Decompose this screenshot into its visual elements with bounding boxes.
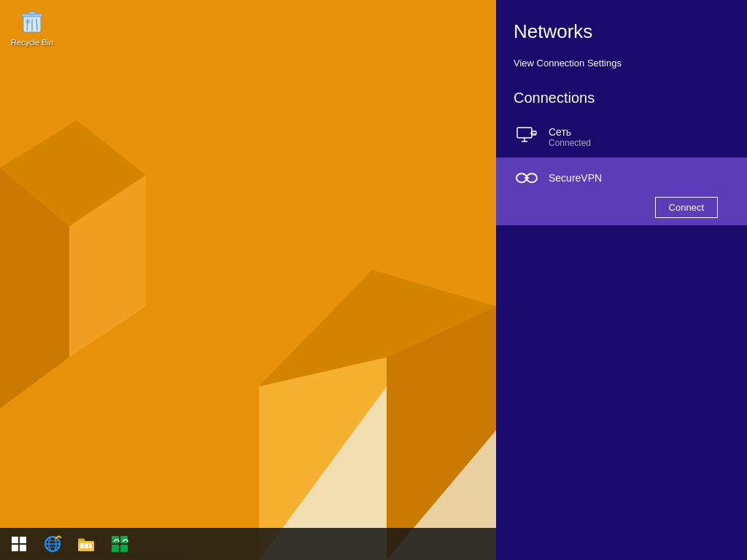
svg-rect-30 bbox=[120, 545, 128, 552]
connections-title: Connections bbox=[514, 90, 729, 106]
taskbar bbox=[0, 528, 496, 560]
svg-rect-31 bbox=[517, 128, 532, 138]
svg-rect-25 bbox=[85, 543, 88, 548]
recycle-bin-label: Recycle Bin bbox=[11, 38, 53, 47]
recycle-bin-icon[interactable]: Recycle Bin bbox=[6, 6, 58, 47]
desktop: Recycle Bin bbox=[0, 0, 496, 560]
svg-rect-14 bbox=[28, 12, 36, 15]
view-connection-settings-link[interactable]: View Connection Settings bbox=[514, 58, 622, 69]
start-button[interactable] bbox=[3, 530, 35, 558]
vpn-key-icon bbox=[516, 169, 538, 187]
vpn-icon bbox=[514, 165, 540, 191]
svg-rect-34 bbox=[532, 131, 536, 135]
networks-title: Networks bbox=[514, 20, 729, 43]
store-icon bbox=[110, 534, 129, 553]
svg-rect-17 bbox=[20, 537, 26, 543]
vpn-row-top: SecureVPN bbox=[514, 165, 729, 191]
monitor-network-icon bbox=[516, 126, 538, 148]
connect-button[interactable]: Connect bbox=[655, 197, 718, 218]
internet-explorer-button[interactable] bbox=[36, 530, 69, 558]
windows-logo-icon bbox=[11, 536, 27, 552]
network-item-info: Сеть Connected bbox=[549, 126, 591, 148]
recycle-bin-image bbox=[18, 6, 47, 35]
svg-rect-19 bbox=[20, 545, 26, 551]
svg-rect-26 bbox=[89, 543, 92, 548]
vpn-connection-item[interactable]: SecureVPN Connect bbox=[496, 158, 747, 225]
store-button[interactable] bbox=[104, 530, 136, 558]
file-explorer-icon bbox=[77, 534, 96, 553]
svg-rect-29 bbox=[112, 545, 119, 552]
network-status: Connected bbox=[549, 138, 591, 148]
network-name: Сеть bbox=[549, 126, 591, 138]
svg-rect-15 bbox=[26, 20, 30, 23]
vpn-item-info: SecureVPN bbox=[549, 172, 602, 184]
svg-rect-16 bbox=[12, 537, 18, 543]
file-explorer-button[interactable] bbox=[70, 530, 102, 558]
svg-rect-18 bbox=[12, 545, 18, 551]
vpn-name: SecureVPN bbox=[549, 172, 602, 184]
network-icon bbox=[514, 124, 540, 150]
networks-panel: Networks View Connection Settings Connec… bbox=[496, 0, 747, 560]
connections-section: Connections Сеть bbox=[496, 78, 747, 225]
networks-header: Networks View Connection Settings bbox=[496, 0, 747, 78]
svg-rect-24 bbox=[80, 543, 84, 548]
network-connection-item[interactable]: Сеть Connected bbox=[514, 117, 729, 158]
desktop-background bbox=[0, 0, 496, 560]
internet-explorer-icon bbox=[43, 534, 62, 553]
